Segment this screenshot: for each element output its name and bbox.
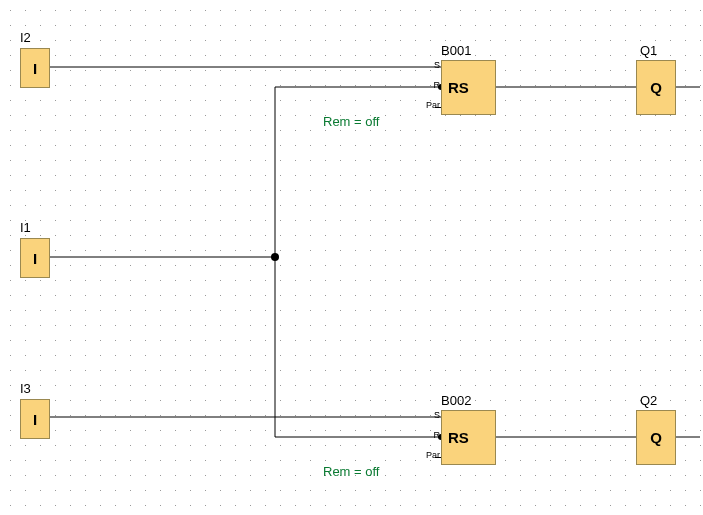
block-i1-text: I: [33, 250, 37, 267]
b001-port-r: R: [427, 80, 440, 90]
block-i3[interactable]: I: [20, 399, 50, 439]
block-b002-label: B002: [441, 393, 471, 408]
b002-port-r: R: [427, 430, 440, 440]
block-i3-label: I3: [20, 381, 31, 396]
block-q1-text: Q: [650, 79, 662, 96]
block-b001-label: B001: [441, 43, 471, 58]
block-i2[interactable]: I: [20, 48, 50, 88]
block-i1-label: I1: [20, 220, 31, 235]
b001-port-s: S: [427, 60, 440, 70]
block-q1[interactable]: Q: [636, 60, 676, 115]
block-q1-label: Q1: [640, 43, 657, 58]
block-i3-text: I: [33, 411, 37, 428]
block-b001-text: RS: [448, 79, 469, 96]
block-q2[interactable]: Q: [636, 410, 676, 465]
diagram-canvas: I2 I I1 I I3 I B001 RS S R Par Rem = off…: [0, 0, 703, 515]
block-b002-text: RS: [448, 429, 469, 446]
block-q2-text: Q: [650, 429, 662, 446]
block-q2-label: Q2: [640, 393, 657, 408]
b002-port-s: S: [427, 410, 440, 420]
block-i2-label: I2: [20, 30, 31, 45]
svg-point-2: [271, 253, 279, 261]
block-b002[interactable]: RS: [441, 410, 496, 465]
b001-param: Rem = off: [323, 114, 379, 129]
block-b001[interactable]: RS: [441, 60, 496, 115]
b002-param: Rem = off: [323, 464, 379, 479]
b001-port-par: Par: [419, 100, 440, 110]
block-i1[interactable]: I: [20, 238, 50, 278]
block-i2-text: I: [33, 60, 37, 77]
wires-layer: [0, 0, 703, 515]
b002-port-par: Par: [419, 450, 440, 460]
b001-par-stub: [435, 107, 441, 108]
b002-par-stub: [435, 457, 441, 458]
